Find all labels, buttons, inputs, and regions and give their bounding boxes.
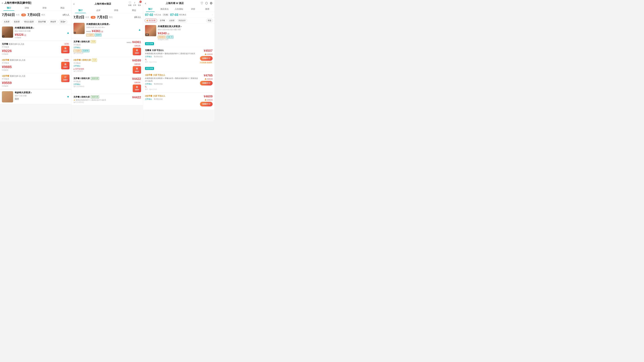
p3-btn-0[interactable]: 在线付·订 (200, 56, 212, 61)
chip-king-p3[interactable]: 大床房 (168, 19, 176, 22)
room-detail-p2: 1张特大床 2人入住 46㎡ (86, 26, 141, 28)
tab-recommend-p3[interactable]: 推荐 (200, 6, 214, 12)
share-icon-p2[interactable]: ↑ 分享 (133, 1, 136, 6)
panel2-tabs: 预订 点评 详情 周边 (72, 8, 143, 13)
expand-btn2-p1[interactable]: ▼ (66, 95, 70, 98)
expand-btn-p1[interactable]: ▲ (66, 31, 70, 34)
p3-btn-1[interactable]: 在线付·订 (200, 81, 212, 86)
booking-left-1-p2: 2份早餐 1张特大床 代理 不可取消 立即确认 ● 双早超值购 编号:0B5BP… (74, 59, 131, 72)
confirm-0-p2[interactable]: 立即确认 (74, 46, 126, 49)
p3-btn-2[interactable]: 在线付·订 (200, 102, 212, 106)
tab-nearby-p1[interactable]: 周边 (54, 5, 72, 11)
p3-confirm-1[interactable]: 立即确认 (145, 83, 152, 85)
promo-tag-2-p2: 优质代理 (91, 77, 99, 80)
date-start-label-p2: 今天 (85, 16, 89, 19)
settings-icon-p3[interactable]: ⚙ (210, 1, 212, 5)
tab-review-p3[interactable]: 评价 (186, 6, 200, 12)
room-img-badge-p3: 4张 (145, 34, 149, 36)
room2-img-inner-p1 (2, 91, 13, 102)
room-price-note-p1: 订后砍价 (15, 36, 70, 39)
p3-cancel-0[interactable]: 取消扣全款 (154, 56, 163, 58)
chip-2breakfast-p1[interactable]: 双份早餐 (36, 20, 48, 24)
chip-theme-p1[interactable]: 情侣主题房 (22, 20, 36, 24)
tab-booking-p1[interactable]: 预订 (0, 5, 18, 11)
room2-name-p1[interactable]: 奇妙特大床客房 › (15, 91, 70, 94)
extra-1-p2: ● 双早超值购 (74, 68, 131, 70)
p3-option-0: 无餐食 大床 可住2人 外滩景观壮美大床客房 + 预售款泡泡玛特十二星座盲盒2个… (145, 47, 212, 66)
p3-confirm-0[interactable]: 立即确认 (145, 56, 152, 58)
filter-btn-p3[interactable]: 筛选 (206, 19, 213, 22)
p3-option-right-0: ¥4507 🔥 仅剩1间 在线付·订 今日特惠 优惠36 (199, 49, 212, 64)
p3-price-0: ¥4507 (204, 49, 212, 52)
p3-cancel-1[interactable]: 取消扣全款 (154, 83, 163, 85)
p3-gift-1: 礼 (145, 86, 198, 88)
p3-option-right-1: ¥4765 🔥 仅剩1间 在线付·订 (200, 74, 212, 90)
tab-checkin-p3[interactable]: 入住须知 (172, 6, 186, 12)
p3-cancel-2[interactable]: 取消扣全款 (154, 98, 163, 100)
chip-1breakfast-p1[interactable]: 单份早 (48, 20, 58, 24)
room2-price-p1: 满房 (15, 98, 70, 100)
share-icon-p3[interactable]: ⬡ (205, 2, 208, 5)
p3-option-1: 1份早餐 大床 可住2人 外滩景观壮美大床客房 + 早餐1份/天 + 预售款泡泡… (145, 72, 212, 92)
grab-btn-1-p2[interactable]: 抢在线付 (133, 66, 141, 74)
more-icon-p2[interactable]: ··· 更多 25 (138, 1, 141, 6)
booking-right-0-p1: 仅3间 抢在线付 (61, 43, 70, 53)
chip-payathotel-p3[interactable]: 到店支付 (177, 19, 187, 22)
chip-breakfast-p3[interactable]: 含早餐 (158, 19, 166, 22)
order-btn-2-p1[interactable]: 订在线付 (61, 74, 70, 82)
tab-review-p1[interactable]: 评价 (36, 5, 54, 11)
filter-btn-p1[interactable]: 筛选▾ (59, 20, 67, 24)
date-info-p2: 1间·2人 (134, 16, 141, 19)
room-id-1-p2: 编号:0B5BPK (74, 70, 131, 72)
room-img-p1: 2 (2, 26, 13, 38)
tab-selling-p3[interactable]: 酒店卖点 (157, 6, 172, 12)
tab-detail-p1[interactable]: 详情 (18, 5, 36, 11)
panel2-datebar[interactable]: 7月2日 今天 1晚 7月3日 明天 1间·2人 (72, 13, 143, 21)
grab-btn-0-p1[interactable]: 抢在线付 (61, 46, 70, 53)
tab-nearby-p2[interactable]: 周边 (125, 8, 143, 13)
chip-suite-p3[interactable]: 酒店套餐 (145, 19, 157, 22)
expand-btn-p2[interactable]: ▲ (138, 28, 141, 31)
date-end-label-p1: 明天 (41, 14, 45, 16)
room-section-p2: 4 外滩景观壮美大床客房 › 1张特大床 2人入住 46㎡ ¥4411 ¥436… (72, 21, 143, 120)
badge-limited-1-p2: 仅剩1间 (134, 63, 141, 66)
favorite-icon-p2[interactable]: ♡ 收藏 (128, 1, 132, 6)
tab-review-p2[interactable]: 点评 (90, 8, 107, 13)
tab-detail-p2[interactable]: 详情 (107, 8, 125, 13)
tab-booking-p2[interactable]: 预订 (72, 8, 90, 13)
back-icon-p1[interactable]: ‹ (2, 1, 3, 5)
panel-1: ‹ 上海外滩W酒店[豪华型] 预订 详情 评价 周边 7月02日 今天 1晚 7… (0, 0, 72, 120)
confirm-1-p2[interactable]: 立即确认 (74, 65, 131, 67)
chip-twin-p1[interactable]: 双床房 (12, 20, 22, 24)
p3-option-desc-1: 外滩景观壮美大床客房 + 早餐1份/天 + 预售款泡泡玛特十二星座盲盒2个1份/… (145, 77, 198, 82)
room-price-p1: ¥9226 起 (15, 33, 70, 36)
room-id-2-p2: 编号:GUMRHO (74, 86, 131, 88)
chip-king-p1[interactable]: 大床房 (2, 20, 11, 24)
booking-left-3-p2: 无早餐 1张特大床 优质代理 ★ 预售款泡泡玛特十二星座盲盒2个1份/天 编号:… (74, 96, 131, 104)
panel1-title: 上海外滩W酒店[豪华型] (4, 1, 70, 5)
panel3-datebar[interactable]: 07-02 今天入住 共1晚 07-03 明天离店 › (143, 12, 214, 18)
p3-confirm-row-1: 立即确认 取消扣全款 (145, 83, 198, 85)
favorite-icon-p3[interactable]: ♡ (200, 1, 203, 5)
room-name-p2[interactable]: 外滩景观壮美大床客房 › (86, 23, 141, 26)
room-name-p1[interactable]: 外滩景观壮美客房 › (15, 26, 70, 30)
tag-billion-p2: 十亿豪补 (86, 34, 94, 36)
tab-booking-p3[interactable]: 预订 (143, 6, 157, 12)
filter-chips-p1: 大床房 双床房 情侣主题房 双份早餐 单份早 筛选▾ (0, 19, 72, 25)
date-end-p3: 07-03 (170, 13, 178, 16)
p3-confirm-2[interactable]: 立即确认 (145, 98, 152, 100)
panel1-datebar[interactable]: 7月02日 今天 1晚 7月03日 明天 1间·1人 (0, 11, 72, 19)
back-icon-p3[interactable]: ‹ (145, 2, 149, 5)
date-start-label-p1: 今天 (16, 14, 20, 16)
room-name-p3[interactable]: 外滩景观壮美大床客房 › (158, 25, 212, 28)
panel3-header: ‹ 上海外滩 W 酒店 ♡ ⬡ ⚙ (143, 0, 214, 6)
grab-btn-2-p2[interactable]: 抢在线付 (133, 84, 141, 92)
back-icon-p2[interactable]: ‹ (74, 2, 77, 6)
badge-discount-p3: 优惠 36 (166, 36, 174, 38)
p3-confirm-row-0: 立即确认 取消扣全款 (145, 56, 198, 58)
date-start-p2: 7月2日 (74, 15, 84, 20)
confirm-2-p2[interactable]: 立即确认 (74, 83, 131, 86)
grab-btn-1-p1[interactable]: 抢在线付 (61, 62, 70, 69)
grab-btn-0-p2[interactable]: 抢在线付 (133, 48, 141, 55)
booking-right-2-p1: 订在线付 (61, 74, 70, 82)
